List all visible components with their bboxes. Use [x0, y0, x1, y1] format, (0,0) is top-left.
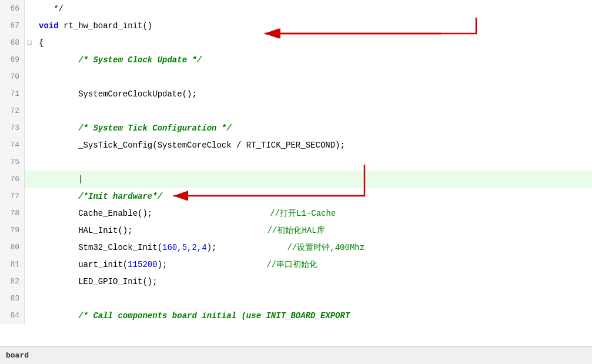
- line-number-70: 70: [0, 68, 25, 85]
- code-text: _SysTick_Config(SystemCoreClock / RT_TIC…: [39, 141, 345, 150]
- line-content-73: /* System Tick Configuration */: [34, 119, 592, 136]
- line-content-72: [34, 102, 592, 119]
- line-number-75: 75: [0, 153, 25, 171]
- code-text: rt_hw_board_init(): [59, 21, 153, 31]
- line-number-73: 73: [0, 119, 25, 136]
- bottom-text: board: [6, 351, 29, 360]
- line-content-68: {: [34, 34, 592, 51]
- code-text: );: [158, 260, 168, 269]
- line-number-67: 67: [0, 17, 25, 34]
- line-number-68: 68: [0, 34, 25, 51]
- line-content-84: /* Call components board initial (use IN…: [34, 307, 592, 324]
- line-content-67: void rt_hw_board_init(): [34, 17, 592, 34]
- comment-69: /* System Clock Update */: [39, 55, 202, 65]
- comment-77: /*Init hardware*/: [39, 192, 162, 201]
- code-text: */: [39, 4, 63, 14]
- line-number-78: 78: [0, 205, 25, 222]
- line-number-76: 76: [0, 171, 25, 188]
- line-content-78: Cache_Enable(); //打开L1-Cache: [34, 205, 592, 222]
- line-content-74: _SysTick_Config(SystemCoreClock / RT_TIC…: [34, 136, 592, 153]
- line-content-66: */: [34, 0, 592, 17]
- line-content-82: LED_GPIO_Init();: [34, 273, 592, 290]
- code-text: HAL_Init();: [39, 226, 133, 235]
- line-78: 78 Cache_Enable(); //打开L1-Cache: [0, 205, 592, 222]
- code-text: Stm32_Clock_Init(: [39, 243, 162, 252]
- code-text: SystemCoreClockUpdate();: [39, 89, 197, 99]
- line-number-79: 79: [0, 222, 25, 239]
- line-number-71: 71: [0, 85, 25, 102]
- line-77: 77 /*Init hardware*/: [0, 188, 592, 205]
- line-83: 83: [0, 290, 592, 307]
- code-text: );: [207, 243, 217, 252]
- code-number: 160,5,2,4: [162, 243, 207, 252]
- comment-zh-81: //串口初始化: [266, 259, 317, 270]
- bottom-bar: board: [0, 346, 592, 364]
- line-content-75: [34, 153, 592, 171]
- line-content-79: HAL_Init(); //初始化HAL库: [34, 222, 592, 239]
- comment-84: /* Call components board initial (use IN…: [39, 311, 350, 320]
- line-79: 79 HAL_Init(); //初始化HAL库: [0, 222, 592, 239]
- line-84: 84 /* Call components board initial (use…: [0, 307, 592, 324]
- line-73: 73 /* System Tick Configuration */: [0, 119, 592, 136]
- line-content-71: SystemCoreClockUpdate();: [34, 85, 592, 102]
- comment-zh-80: //设置时钟,400Mhz: [287, 242, 364, 253]
- line-67: 67 void rt_hw_board_init(): [0, 17, 592, 34]
- line-75: 75: [0, 153, 592, 171]
- comment-zh-78: //打开L1-Cache: [270, 208, 336, 219]
- keyword-void: void: [39, 21, 59, 31]
- line-80: 80 Stm32_Clock_Init(160,5,2,4); //设置时钟,4…: [0, 239, 592, 256]
- line-content-69: /* System Clock Update */: [34, 51, 592, 68]
- code-editor: 66 */ 67 void rt_hw_board_init() 68 □ {: [0, 0, 592, 364]
- line-74: 74 _SysTick_Config(SystemCoreClock / RT_…: [0, 136, 592, 153]
- line-content-76: |: [34, 171, 592, 188]
- line-content-70: [34, 68, 592, 85]
- line-76: 76 |: [0, 171, 592, 188]
- line-82: 82 LED_GPIO_Init();: [0, 273, 592, 290]
- line-fold-68: □: [25, 39, 34, 46]
- line-number-82: 82: [0, 273, 25, 290]
- line-72: 72: [0, 102, 592, 119]
- comment-73: /* System Tick Configuration */: [39, 123, 232, 133]
- line-number-72: 72: [0, 102, 25, 119]
- cursor-text: |: [39, 175, 83, 184]
- line-number-84: 84: [0, 307, 25, 324]
- line-content-83: [34, 290, 592, 307]
- code-text: Cache_Enable();: [39, 209, 152, 218]
- line-number-80: 80: [0, 239, 25, 256]
- code-text: LED_GPIO_Init();: [39, 277, 158, 286]
- code-number: 115200: [128, 260, 157, 269]
- line-number-69: 69: [0, 51, 25, 68]
- line-81: 81 uart_init(115200); //串口初始化: [0, 256, 592, 273]
- line-69: 69 /* System Clock Update */: [0, 51, 592, 68]
- line-68: 68 □ {: [0, 34, 592, 51]
- line-number-66: 66: [0, 0, 25, 17]
- line-number-81: 81: [0, 256, 25, 273]
- line-number-74: 74: [0, 136, 25, 153]
- line-content-81: uart_init(115200); //串口初始化: [34, 256, 592, 273]
- line-number-83: 83: [0, 290, 25, 307]
- code-lines: 66 */ 67 void rt_hw_board_init() 68 □ {: [0, 0, 592, 364]
- line-66: 66 */: [0, 0, 592, 17]
- code-text: uart_init(: [39, 260, 128, 269]
- code-text: {: [39, 38, 44, 48]
- line-71: 71 SystemCoreClockUpdate();: [0, 85, 592, 102]
- line-70: 70: [0, 68, 592, 85]
- line-content-80: Stm32_Clock_Init(160,5,2,4); //设置时钟,400M…: [34, 239, 592, 256]
- line-number-77: 77: [0, 188, 25, 205]
- line-content-77: /*Init hardware*/: [34, 188, 592, 205]
- comment-zh-79: //初始化HAL库: [267, 225, 325, 236]
